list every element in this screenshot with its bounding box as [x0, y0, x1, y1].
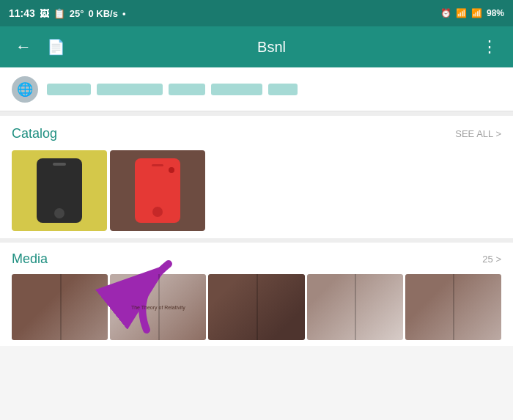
camera-dot — [169, 167, 174, 173]
blurred-content-area: 🌐 — [0, 67, 513, 111]
status-left: 11:43 🖼 📋 25° 0 KB/s • — [9, 7, 126, 19]
catalog-image-1[interactable] — [12, 150, 107, 231]
status-bar: 11:43 🖼 📋 25° 0 KB/s • ⏰ 📶 📶 98% — [0, 0, 513, 26]
blurred-text-blocks — [47, 84, 501, 95]
catalog-title: Catalog — [12, 126, 57, 141]
book-image-3 — [208, 274, 304, 340]
signal-icon: 📶 — [471, 8, 482, 18]
status-screenshot-icon: 📋 — [53, 8, 65, 19]
blur-block-1 — [47, 84, 91, 95]
app-bar-title: Bsnl — [77, 39, 466, 56]
book-image-5 — [405, 274, 501, 340]
status-time: 11:43 — [9, 7, 35, 19]
media-section: Media 25 > The Theory of Relativity — [0, 243, 513, 346]
blur-block-5 — [268, 84, 298, 95]
media-thumbnails-row: The Theory of Relativity — [12, 274, 501, 340]
media-thumb-3[interactable] — [208, 274, 304, 340]
media-header: Media 25 > — [12, 251, 501, 267]
more-options-button[interactable]: ⋮ — [478, 37, 501, 56]
app-bar: ← 📄 Bsnl ⋮ — [0, 26, 513, 67]
media-count-button[interactable]: 25 > — [482, 254, 501, 265]
document-icon: 📄 — [47, 38, 65, 56]
book-image-2: The Theory of Relativity — [110, 274, 206, 340]
catalog-header: Catalog SEE ALL > — [12, 126, 501, 141]
phone-red-background — [110, 150, 205, 231]
status-right: ⏰ 📶 📶 98% — [440, 8, 504, 18]
catalog-section: Catalog SEE ALL > — [0, 116, 513, 238]
phone-dark-background — [12, 150, 107, 231]
media-thumb-1[interactable] — [12, 274, 108, 340]
back-button[interactable]: ← — [12, 37, 35, 56]
media-title: Media — [12, 251, 48, 267]
phone-dark-body — [37, 158, 82, 223]
status-dot: • — [122, 8, 126, 19]
battery-level: 98% — [487, 8, 504, 18]
globe-icon: 🌐 — [12, 76, 38, 103]
phone-red-body — [135, 158, 180, 223]
media-thumb-5[interactable] — [405, 274, 501, 340]
media-thumb-4[interactable] — [307, 274, 403, 340]
wifi-icon: 📶 — [456, 8, 467, 18]
catalog-images-row — [12, 150, 501, 231]
status-photo-icon: 🖼 — [40, 8, 49, 19]
catalog-image-2[interactable] — [110, 150, 205, 231]
status-network: 0 KB/s — [88, 8, 117, 19]
see-all-button[interactable]: SEE ALL > — [455, 128, 501, 139]
media-thumb-2[interactable]: The Theory of Relativity — [110, 274, 206, 340]
book-image-4 — [307, 274, 403, 340]
status-temp: 25° — [70, 8, 84, 19]
blur-block-4 — [211, 84, 262, 95]
book-image-1 — [12, 274, 108, 340]
blur-block-3 — [169, 84, 205, 95]
blur-block-2 — [97, 84, 163, 95]
alarm-icon: ⏰ — [440, 8, 451, 18]
